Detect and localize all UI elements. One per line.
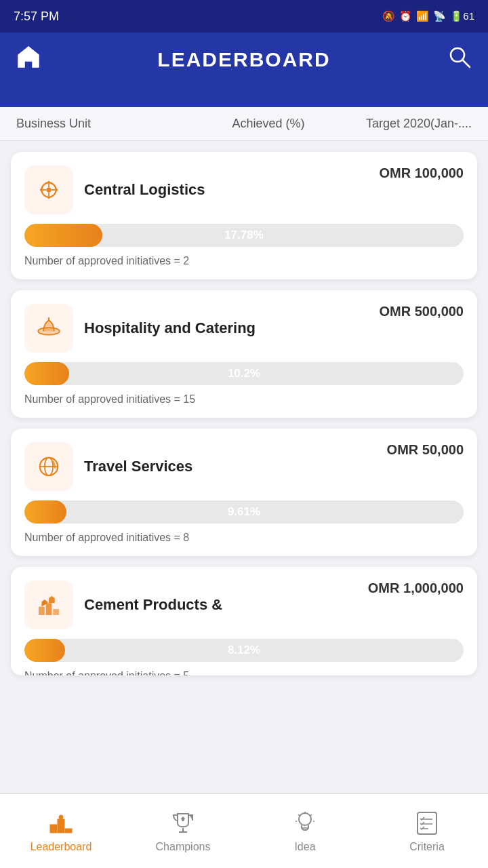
nav-idea[interactable]: Idea: [264, 810, 346, 853]
nav-leaderboard-label: Leaderboard: [30, 841, 92, 853]
battery-icon: 🔋61: [450, 10, 474, 22]
nav-champions-label: Champions: [156, 841, 211, 853]
svg-line-33: [310, 814, 312, 816]
card-left: Cement Products &: [24, 580, 222, 629]
nav-leaderboard[interactable]: Leaderboard: [20, 810, 102, 853]
blue-band: [0, 87, 488, 107]
card-top: Cement Products & OMR 1,000,000: [24, 580, 464, 629]
card-top: Central Logistics OMR 100,000: [24, 165, 464, 214]
mute-icon: 🔕: [382, 10, 395, 22]
card-left: Travel Services: [24, 442, 192, 491]
card-item[interactable]: Hospitality and Catering OMR 500,000 10.…: [11, 290, 477, 418]
card-icon-cement: [24, 580, 73, 629]
nav-champions[interactable]: Champions: [142, 810, 224, 853]
card-title: Cement Products &: [84, 596, 222, 614]
progress-bar: 8.12%: [24, 639, 464, 662]
svg-point-6: [40, 189, 43, 191]
svg-rect-19: [46, 603, 52, 615]
card-icon-hospitality: [24, 304, 73, 353]
card-initiatives: Number of approved initiatives = 15: [24, 393, 464, 406]
card-amount: OMR 100,000: [379, 165, 464, 181]
svg-point-29: [299, 813, 311, 825]
svg-line-35: [298, 814, 300, 816]
svg-rect-24: [58, 819, 64, 833]
svg-line-1: [462, 60, 470, 67]
progress-label: 17.78%: [224, 229, 264, 242]
card-initiatives: Number of approved initiatives = 5: [24, 670, 464, 675]
card-amount: OMR 500,000: [379, 304, 464, 319]
svg-marker-22: [49, 596, 55, 604]
col-achieved: Achieved (%): [214, 117, 323, 131]
search-icon[interactable]: [447, 45, 472, 75]
svg-rect-23: [50, 825, 57, 833]
status-time: 7:57 PM: [14, 9, 59, 24]
nav-criteria[interactable]: Criteria: [386, 810, 468, 853]
svg-point-4: [47, 181, 50, 184]
card-initiatives: Number of approved initiatives = 2: [24, 255, 464, 267]
card-top: Hospitality and Catering OMR 500,000: [24, 304, 464, 353]
card-item[interactable]: Central Logistics OMR 100,000 17.78% Num…: [11, 152, 477, 279]
card-top: Travel Services OMR 50,000: [24, 442, 464, 491]
progress-bar: 9.61%: [24, 500, 464, 524]
progress-bar-fill: [24, 224, 102, 247]
alarm-icon: ⏰: [399, 10, 412, 22]
table-header: Business Unit Achieved (%) Target 2020(J…: [0, 107, 488, 141]
svg-point-7: [56, 189, 58, 191]
svg-rect-25: [65, 829, 72, 833]
card-icon-travel: [24, 442, 73, 491]
svg-point-5: [47, 197, 50, 199]
progress-bar: 10.2%: [24, 362, 464, 385]
nav-idea-label: Idea: [294, 841, 315, 853]
progress-bar-fill: [24, 362, 69, 385]
card-icon-logistics: [24, 165, 73, 214]
col-target: Target 2020(Jan-....: [323, 117, 472, 131]
card-left: Hospitality and Catering: [24, 304, 256, 353]
card-left: Central Logistics: [24, 165, 205, 214]
card-title: Hospitality and Catering: [84, 319, 256, 337]
app-header: LEADERBOARD: [0, 33, 488, 87]
svg-rect-20: [53, 609, 59, 615]
card-title: Travel Services: [84, 458, 192, 475]
progress-label: 10.2%: [228, 367, 260, 380]
home-icon[interactable]: [16, 45, 41, 75]
card-amount: OMR 50,000: [387, 442, 464, 458]
card-item[interactable]: Cement Products & OMR 1,000,000 8.12% Nu…: [11, 567, 477, 675]
svg-point-3: [46, 187, 51, 192]
card-item[interactable]: Travel Services OMR 50,000 9.61% Number …: [11, 429, 477, 556]
status-bar: 7:57 PM 🔕 ⏰ 📶 📡 🔋61: [0, 0, 488, 33]
status-icons: 🔕 ⏰ 📶 📡 🔋61: [382, 10, 474, 22]
cards-container: Central Logistics OMR 100,000 17.78% Num…: [0, 141, 488, 764]
page-title: LEADERBOARD: [157, 48, 330, 71]
card-title: Central Logistics: [84, 181, 205, 199]
card-initiatives: Number of approved initiatives = 8: [24, 532, 464, 544]
nav-criteria-label: Criteria: [409, 841, 445, 853]
progress-bar-fill: [24, 639, 65, 662]
wifi-icon: 📡: [433, 10, 446, 22]
svg-rect-18: [39, 607, 45, 615]
svg-rect-26: [59, 815, 63, 819]
progress-bar: 17.78%: [24, 224, 464, 247]
progress-bar-fill: [24, 500, 66, 524]
progress-label: 9.61%: [228, 505, 260, 519]
bottom-nav: Leaderboard Champions Idea: [0, 793, 488, 868]
card-amount: OMR 1,000,000: [368, 580, 464, 596]
col-business-unit: Business Unit: [16, 117, 214, 131]
progress-label: 8.12%: [228, 644, 260, 657]
signal-icon: 📶: [416, 10, 429, 22]
